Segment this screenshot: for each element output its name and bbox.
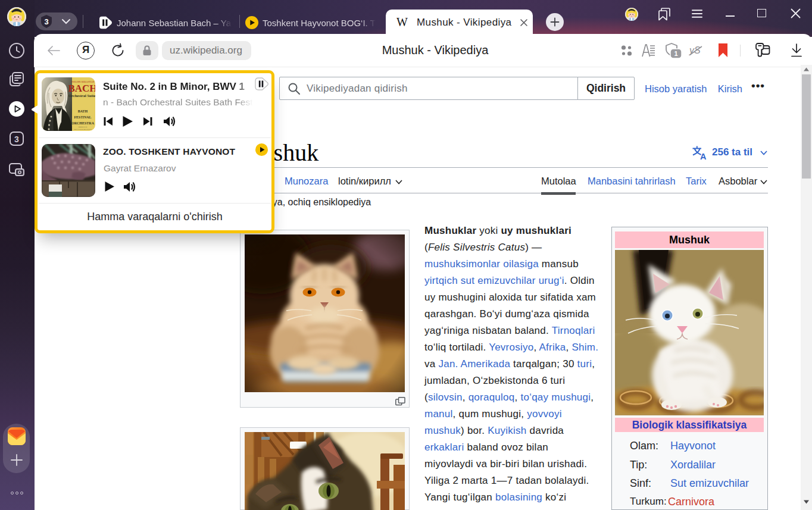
svg-text:Orchestral Suites: Orchestral Suites (68, 93, 95, 98)
svg-text:BATH: BATH (78, 109, 88, 113)
svg-text:A: A (700, 152, 707, 160)
svg-text:BACH: BACH (68, 83, 95, 94)
svg-text:ORCHESTRA: ORCHESTRA (71, 121, 95, 125)
svg-text:SIR YEHUDI MENUHIN: SIR YEHUDI MENUHIN (74, 129, 92, 130)
svg-text:conducted by: conducted by (79, 126, 88, 128)
svg-text:1: 1 (674, 50, 677, 57)
svg-text:3: 3 (14, 134, 19, 144)
svg-text:3: 3 (44, 17, 48, 26)
svg-text:FESTIVAL: FESTIVAL (74, 115, 91, 119)
